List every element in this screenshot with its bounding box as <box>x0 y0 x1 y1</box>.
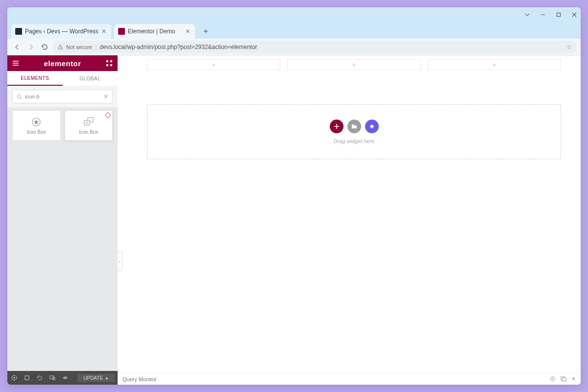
tab-elements[interactable]: ELEMENTS <box>7 71 63 86</box>
back-button[interactable] <box>11 41 23 53</box>
svg-point-15 <box>85 122 86 122</box>
clear-search-icon[interactable]: ✕ <box>103 93 108 100</box>
favicon-icon <box>118 28 125 35</box>
svg-point-17 <box>87 121 87 121</box>
url-text: devs.local/wp-admin/post.php?post=2932&a… <box>99 44 257 50</box>
update-button[interactable]: UPDATE ▲ <box>77 374 115 382</box>
browser-tabs: Pages ‹ Devs — WordPress ✕ Elementor | D… <box>7 22 581 39</box>
svg-point-24 <box>65 377 66 379</box>
search-wrap: ✕ <box>7 86 118 107</box>
settings-icon[interactable] <box>10 374 18 382</box>
close-button[interactable] <box>571 11 578 18</box>
svg-point-20 <box>14 377 15 379</box>
menu-icon[interactable] <box>11 59 20 68</box>
svg-rect-11 <box>105 112 110 118</box>
app-content: elementor ELEMENTS GLOBAL ✕ Icon Box <box>7 55 581 385</box>
add-template-button[interactable] <box>347 120 361 133</box>
query-monitor-label[interactable]: Query Monitor <box>122 376 157 382</box>
responsive-icon[interactable] <box>49 374 56 382</box>
navigator-icon[interactable] <box>23 374 31 382</box>
widget-label: Icon Box <box>27 129 46 135</box>
svg-point-3 <box>60 48 61 49</box>
close-icon[interactable]: ✕ <box>571 376 576 382</box>
sidebar-tabs: ELEMENTS GLOBAL <box>7 71 118 86</box>
widget-icon-box-pro[interactable]: Icon Box <box>65 110 113 141</box>
widgets-grid: Icon Box Icon Box <box>7 107 118 144</box>
svg-line-9 <box>20 98 22 99</box>
search-input[interactable] <box>25 94 100 99</box>
icon-box-icon <box>31 117 42 127</box>
drop-hint: Drag widget here <box>334 138 375 144</box>
chevron-up-icon: ▲ <box>105 376 109 380</box>
preview-icon[interactable] <box>61 374 69 382</box>
icon-box-icon <box>83 117 94 127</box>
tab-title: Elementor | Demo <box>128 28 182 35</box>
forward-button[interactable] <box>25 41 37 53</box>
sidebar-header: elementor <box>7 55 118 71</box>
sidebar-footer: UPDATE ▲ <box>7 371 118 385</box>
svg-rect-4 <box>106 60 108 62</box>
security-label: Not secure <box>66 44 92 50</box>
dropdown-icon[interactable] <box>524 11 531 18</box>
browser-toolbar: Not secure | devs.local/wp-admin/post.ph… <box>7 39 581 55</box>
add-column-button[interactable]: + <box>147 59 280 70</box>
update-label: UPDATE <box>83 375 103 381</box>
editor-canvas: + + + Drag widget here <box>118 55 581 385</box>
browser-tab[interactable]: Elementor | Demo ✕ <box>114 24 195 39</box>
add-column-button[interactable]: + <box>287 59 420 70</box>
svg-rect-1 <box>557 13 561 17</box>
browser-window: Pages ‹ Devs — WordPress ✕ Elementor | D… <box>7 7 581 385</box>
add-block-button[interactable] <box>365 120 379 133</box>
svg-point-8 <box>17 95 21 98</box>
bookmark-icon[interactable]: ☆ <box>566 44 572 50</box>
grid-icon[interactable] <box>105 59 114 68</box>
tab-title: Pages ‹ Devs — WordPress <box>25 28 98 35</box>
window-icon[interactable] <box>561 376 566 382</box>
browser-tab[interactable]: Pages ‹ Devs — WordPress ✕ <box>11 24 111 39</box>
brand-logo: elementor <box>44 59 81 68</box>
title-bar <box>7 7 581 22</box>
elementor-sidebar: elementor ELEMENTS GLOBAL ✕ Icon Box <box>7 55 118 385</box>
new-tab-button[interactable]: + <box>200 25 212 37</box>
plus-icon: + <box>492 61 496 69</box>
drop-zone-buttons <box>330 120 379 133</box>
widget-label: Icon Box <box>79 129 98 135</box>
history-icon[interactable] <box>36 374 44 382</box>
svg-point-16 <box>88 122 89 122</box>
svg-rect-6 <box>106 64 108 66</box>
pro-badge-icon <box>105 112 111 118</box>
not-secure-icon <box>57 44 63 50</box>
drop-zone[interactable]: Drag widget here <box>147 104 561 159</box>
search-icon <box>17 94 22 99</box>
svg-point-18 <box>87 123 87 124</box>
add-column-button[interactable]: + <box>428 59 561 70</box>
search-box: ✕ <box>12 90 113 103</box>
collapse-sidebar-button[interactable]: ‹ <box>118 251 122 271</box>
address-bar[interactable]: Not secure | devs.local/wp-admin/post.ph… <box>52 41 577 53</box>
tab-global[interactable]: GLOBAL <box>63 71 118 86</box>
favicon-icon <box>15 28 22 35</box>
svg-rect-29 <box>563 378 566 381</box>
minimize-button[interactable] <box>539 11 546 18</box>
plus-icon: + <box>212 61 216 69</box>
plus-icon: + <box>352 61 356 69</box>
reload-button[interactable] <box>39 41 50 53</box>
svg-rect-5 <box>110 60 112 62</box>
sections-row: + + + <box>147 59 561 70</box>
widget-icon-box[interactable]: Icon Box <box>12 110 61 141</box>
svg-point-27 <box>552 378 554 380</box>
bottom-right-icons: ✕ <box>550 376 576 382</box>
tab-close-icon[interactable]: ✕ <box>101 28 107 35</box>
tab-close-icon[interactable]: ✕ <box>185 28 191 35</box>
maximize-button[interactable] <box>555 11 562 18</box>
gear-icon[interactable] <box>550 376 556 382</box>
add-section-button[interactable] <box>330 120 343 133</box>
svg-point-14 <box>86 122 87 123</box>
bottom-bar: Query Monitor ✕ <box>118 373 581 385</box>
svg-rect-21 <box>25 376 29 380</box>
svg-rect-25 <box>369 124 373 128</box>
svg-rect-7 <box>110 64 112 66</box>
